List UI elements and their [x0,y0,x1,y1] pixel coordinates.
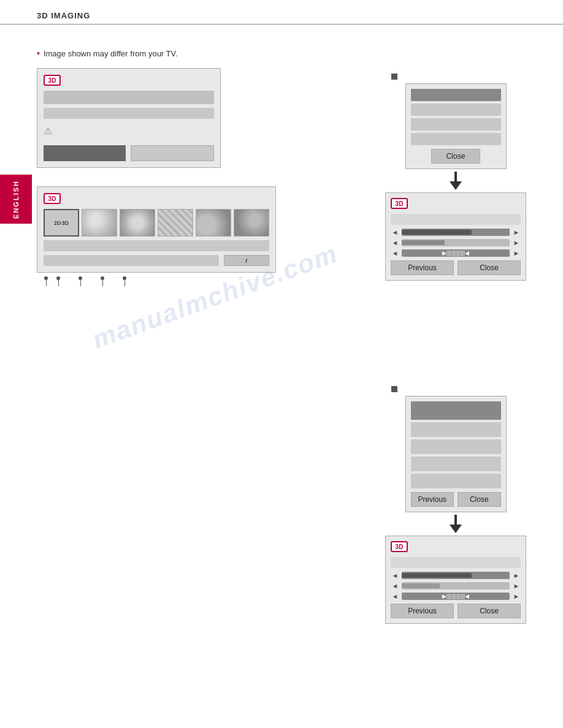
slider-lower-fill-1 [402,573,472,578]
settings-text-row-lower [391,557,521,568]
toggle-right[interactable]: ► [512,249,521,257]
slider-fill-2 [402,240,445,245]
menu-lower-row-selected[interactable] [411,401,501,420]
section-marker-2 [391,386,397,392]
slider-lower-track-2 [402,582,510,590]
page-header: 3D IMAGING [0,0,563,25]
menu-lower-row-1[interactable] [411,422,501,437]
arrow-stem-1 [454,172,457,181]
menu-close-button-top[interactable]: Close [431,149,480,164]
dot-stem-3 [80,280,81,286]
settings-text-row-1 [391,214,521,225]
toggle-left[interactable]: ◄ [391,249,399,257]
slider-lower-right-2[interactable]: ► [512,582,521,590]
toggle-track: ▶|||||||||||||◀ [402,249,510,257]
slider-track-1 [402,229,510,236]
settings-title-bar-top: 3D [391,198,521,209]
right-panel-lower: Previous Close 3D ◄ ► ◄ [385,386,526,624]
slider-right-1[interactable]: ► [512,229,521,236]
settings-close-button-top[interactable]: Close [458,260,521,275]
settings-lower-close-button[interactable]: Close [458,604,521,618]
dot-stem-4 [102,280,103,286]
menu-lower-close-button[interactable]: Close [458,492,501,507]
settings-3d-icon-top: 3D [391,198,408,209]
slider-right-2[interactable]: ► [512,239,521,246]
imgsel-label-bar [44,255,219,266]
dot-stem-1 [46,280,47,286]
bullet-icon: • [37,48,40,58]
english-badge: ENGLISH [0,175,32,224]
toggle-lower-right[interactable]: ► [512,593,521,600]
img-thumb-1[interactable] [82,209,117,237]
dialog-row-1 [44,91,214,104]
imgsel-bar [44,240,269,251]
slider-lower-left-2[interactable]: ◄ [391,582,399,590]
toggle-lower-track: ▶|||||||||||||◀ [402,593,510,600]
menu-lower-row-3[interactable] [411,457,501,471]
warn-row: ⚠ [44,123,214,139]
menu-dialog-top: Close [405,83,507,169]
note-line: • Image shown may differ from your TV. [37,49,526,58]
warning-ok-button[interactable] [44,145,126,161]
dialog-row-2 [44,108,214,119]
imgsel-title-bar: 3D [44,193,269,204]
menu-lower-btn-row: Previous Close [411,492,501,507]
warning-dialog: 3D ⚠ [37,68,221,168]
imgsel-bottom-btns: r [44,255,269,266]
menu-row-1[interactable] [411,104,501,116]
3d-icon: 3D [44,75,61,86]
img-thumb-2[interactable] [120,209,155,237]
menu-lower-row-4[interactable] [411,474,501,488]
slider-row-1-lower: ◄ ► [391,572,521,579]
imgsel-dialog: 3D 2D 3D r [37,186,276,273]
settings-dialog-top: 3D ◄ ► ◄ ► ◄ ▶||| [385,192,526,281]
toggle-row-lower: ◄ ▶|||||||||||||◀ ► [391,593,521,600]
arrow-stem-2 [454,515,457,525]
settings-btn-row-lower: Previous Close [391,604,521,618]
settings-dialog-lower: 3D ◄ ► ◄ ► ◄ ▶|||||||||| [385,536,526,624]
img-thumb-5[interactable] [234,209,269,237]
dialog-title-bar: 3D [44,75,214,86]
img-grid: 2D 3D [44,209,269,237]
img-thumb-3[interactable] [158,209,193,237]
warning-btn-row [44,145,214,161]
warning-cancel-button[interactable] [131,145,214,161]
menu-dialog-lower: Previous Close [405,396,507,512]
slider-lower-track-1 [402,572,510,579]
slider-lower-right-1[interactable]: ► [512,572,521,579]
slider-row-1-top: ◄ ► [391,229,521,236]
slider-lower-fill-2 [402,583,440,588]
menu-btn-row-top: Close [411,149,501,164]
menu-lower-previous-button[interactable]: Previous [411,492,454,507]
warning-icon: ⚠ [44,125,52,137]
slider-lower-left-1[interactable]: ◄ [391,572,399,579]
toggle-lower-left[interactable]: ◄ [391,593,399,600]
page-title: 3D IMAGING [37,11,90,20]
note-text: Image shown may differ from your TV. [44,49,178,58]
section-marker-1 [391,74,397,80]
menu-row-selected[interactable] [411,89,501,101]
toggle-row-top: ◄ ▶|||||||||||||◀ ► [391,249,521,257]
right-panel-top: Close 3D ◄ ► ◄ [385,74,526,281]
settings-lower-previous-button[interactable]: Previous [391,604,454,618]
img-thumb-4[interactable] [196,209,231,237]
dot-stem-5 [124,280,125,286]
main-content: • Image shown may differ from your TV. 3… [0,25,563,305]
settings-title-bar-lower: 3D [391,541,521,552]
menu-row-3[interactable] [411,133,501,145]
settings-3d-icon-lower: 3D [391,541,408,552]
arrow-down-1 [448,172,463,190]
english-badge-text: ENGLISH [12,180,20,219]
menu-lower-row-2[interactable] [411,439,501,454]
menu-row-2[interactable] [411,118,501,131]
slider-left-2[interactable]: ◄ [391,239,399,246]
slider-row-2-lower: ◄ ► [391,582,521,590]
imgsel-3d-icon: 3D [44,193,61,204]
slider-row-2-top: ◄ ► [391,239,521,246]
dot-stem-2 [58,280,59,286]
arrow-down-2 [448,515,463,533]
img-thumb-2d3d[interactable]: 2D 3D [44,209,79,237]
imgsel-r-button[interactable]: r [224,255,269,266]
slider-left-1[interactable]: ◄ [391,229,399,236]
settings-previous-button-top[interactable]: Previous [391,260,454,275]
